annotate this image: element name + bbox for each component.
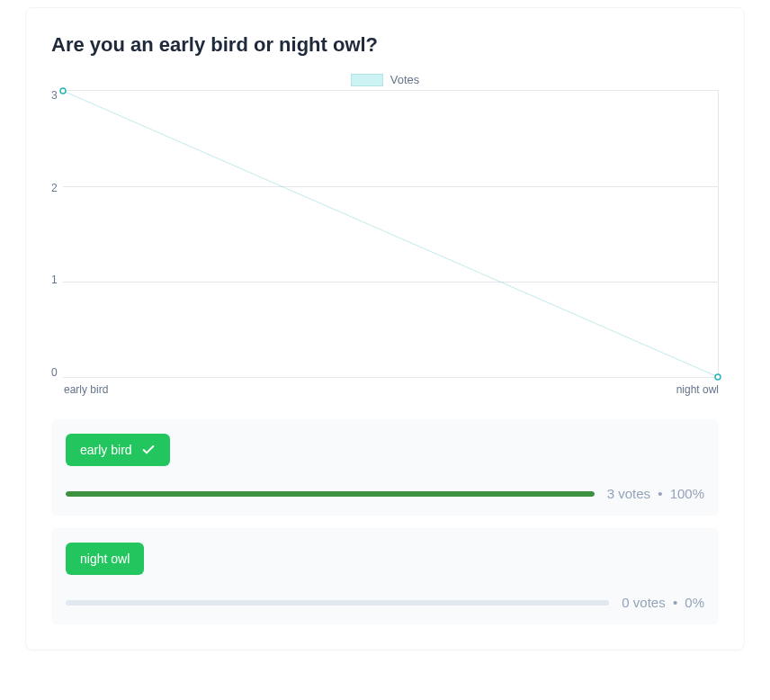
poll-title: Are you an early bird or night owl? [51,33,719,57]
vote-bar-track [66,600,609,606]
vote-percent: 0% [685,595,704,610]
option-stats: 3 votes • 100% [66,486,704,501]
option-button-early-bird[interactable]: early bird [66,434,170,466]
vote-stats-text: 3 votes • 100% [607,486,704,501]
x-tick: night owl [391,383,719,396]
x-axis: early bird night owl [51,383,719,396]
option-label: early bird [80,443,132,457]
data-point [714,373,721,381]
chart-plot-area: 3 2 1 0 [51,90,719,378]
legend-label: Votes [390,73,420,86]
option-label: night owl [80,552,130,566]
option-button-night-owl[interactable]: night owl [66,543,144,575]
y-tick: 3 [51,90,58,101]
y-tick: 0 [51,367,58,378]
plot-region [63,90,719,378]
svg-line-0 [63,91,718,377]
line-layer [63,91,718,377]
option-stats: 0 votes • 0% [66,595,704,610]
data-point [59,87,67,94]
y-axis: 3 2 1 0 [51,90,63,378]
votes-chart: Votes 3 2 1 0 [51,73,719,396]
poll-option: early bird 3 votes • 100% [51,419,719,516]
legend-swatch [351,74,383,86]
vote-count: 3 votes [607,486,650,501]
y-tick: 2 [51,183,58,193]
poll-option: night owl 0 votes • 0% [51,528,719,624]
poll-card: Are you an early bird or night owl? Vote… [25,7,745,651]
separator-dot: • [658,486,662,501]
svg-point-2 [715,374,721,380]
vote-count: 0 votes [622,595,665,610]
poll-options: early bird 3 votes • 100% night owl [51,419,719,624]
y-tick: 1 [51,274,58,285]
chart-legend: Votes [51,73,719,86]
check-icon [141,443,156,457]
svg-point-1 [60,88,66,94]
separator-dot: • [673,595,677,610]
vote-bar-track [66,491,595,497]
vote-stats-text: 0 votes • 0% [622,595,704,610]
vote-bar-fill [66,491,595,497]
vote-percent: 100% [670,486,704,501]
x-tick: early bird [64,383,391,396]
